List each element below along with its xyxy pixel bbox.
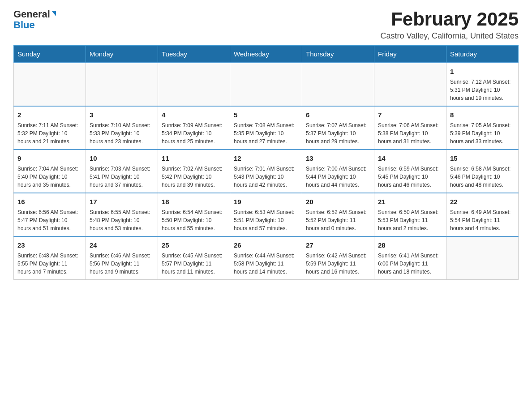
day-info: Sunrise: 7:09 AM Sunset: 5:34 PM Dayligh… — [162, 121, 226, 146]
day-number: 2 — [17, 110, 82, 120]
day-number: 9 — [17, 154, 82, 163]
day-number: 27 — [306, 240, 370, 250]
day-number: 20 — [306, 197, 370, 206]
day-info: Sunrise: 7:06 AM Sunset: 5:38 PM Dayligh… — [378, 121, 442, 146]
calendar-day-cell: 6Sunrise: 7:07 AM Sunset: 5:37 PM Daylig… — [302, 106, 374, 150]
day-info: Sunrise: 6:41 AM Sunset: 6:00 PM Dayligh… — [378, 252, 442, 276]
day-info: Sunrise: 6:58 AM Sunset: 5:46 PM Dayligh… — [450, 165, 515, 189]
day-number: 22 — [450, 197, 515, 206]
calendar-day-header: Sunday — [14, 46, 86, 63]
day-info: Sunrise: 7:10 AM Sunset: 5:33 PM Dayligh… — [90, 121, 154, 146]
day-info: Sunrise: 6:44 AM Sunset: 5:58 PM Dayligh… — [234, 252, 298, 276]
calendar-day-cell — [446, 236, 519, 280]
calendar-day-cell: 10Sunrise: 7:03 AM Sunset: 5:41 PM Dayli… — [86, 150, 158, 193]
day-info: Sunrise: 7:01 AM Sunset: 5:43 PM Dayligh… — [234, 165, 298, 189]
day-number: 5 — [234, 110, 298, 120]
calendar-day-cell: 24Sunrise: 6:46 AM Sunset: 5:56 PM Dayli… — [86, 236, 158, 280]
calendar-day-cell: 15Sunrise: 6:58 AM Sunset: 5:46 PM Dayli… — [446, 150, 519, 193]
day-number: 25 — [162, 240, 226, 250]
calendar-day-cell: 19Sunrise: 6:53 AM Sunset: 5:51 PM Dayli… — [230, 193, 302, 236]
calendar-day-cell: 20Sunrise: 6:52 AM Sunset: 5:52 PM Dayli… — [302, 193, 374, 236]
calendar-day-cell: 21Sunrise: 6:50 AM Sunset: 5:53 PM Dayli… — [374, 193, 446, 236]
day-number: 14 — [378, 154, 442, 163]
calendar-week-row: 2Sunrise: 7:11 AM Sunset: 5:32 PM Daylig… — [14, 106, 519, 150]
day-number: 19 — [234, 197, 298, 206]
page-header: General Blue February 2025 Castro Valley… — [13, 9, 519, 41]
calendar-day-cell: 9Sunrise: 7:04 AM Sunset: 5:40 PM Daylig… — [14, 150, 86, 193]
logo-general-text: General — [13, 9, 50, 20]
calendar-day-cell — [374, 63, 446, 106]
day-info: Sunrise: 6:52 AM Sunset: 5:52 PM Dayligh… — [306, 208, 370, 232]
day-info: Sunrise: 7:03 AM Sunset: 5:41 PM Dayligh… — [90, 165, 154, 189]
calendar-day-cell — [230, 63, 302, 106]
day-info: Sunrise: 7:02 AM Sunset: 5:42 PM Dayligh… — [162, 165, 226, 189]
calendar-day-cell — [14, 63, 86, 106]
day-number: 10 — [90, 154, 154, 163]
calendar-day-header: Thursday — [302, 46, 374, 63]
calendar-day-cell: 13Sunrise: 7:00 AM Sunset: 5:44 PM Dayli… — [302, 150, 374, 193]
day-number: 17 — [90, 197, 154, 206]
day-number: 21 — [378, 197, 442, 206]
day-number: 15 — [450, 154, 515, 163]
day-info: Sunrise: 6:42 AM Sunset: 5:59 PM Dayligh… — [306, 252, 370, 276]
calendar-table: SundayMondayTuesdayWednesdayThursdayFrid… — [13, 45, 519, 280]
day-number: 26 — [234, 240, 298, 250]
logo-blue-text: Blue — [13, 20, 35, 30]
calendar-day-header: Tuesday — [158, 46, 230, 63]
day-number: 16 — [17, 197, 82, 206]
day-info: Sunrise: 6:46 AM Sunset: 5:56 PM Dayligh… — [90, 252, 154, 276]
calendar-day-cell: 8Sunrise: 7:05 AM Sunset: 5:39 PM Daylig… — [446, 106, 519, 150]
calendar-day-cell: 26Sunrise: 6:44 AM Sunset: 5:58 PM Dayli… — [230, 236, 302, 280]
calendar-week-row: 23Sunrise: 6:48 AM Sunset: 5:55 PM Dayli… — [14, 236, 519, 280]
day-number: 11 — [162, 154, 226, 163]
calendar-day-cell: 12Sunrise: 7:01 AM Sunset: 5:43 PM Dayli… — [230, 150, 302, 193]
day-info: Sunrise: 6:54 AM Sunset: 5:50 PM Dayligh… — [162, 208, 226, 232]
calendar-day-header: Monday — [86, 46, 158, 63]
calendar-day-header: Wednesday — [230, 46, 302, 63]
calendar-day-cell — [158, 63, 230, 106]
day-number: 12 — [234, 154, 298, 163]
day-info: Sunrise: 6:53 AM Sunset: 5:51 PM Dayligh… — [234, 208, 298, 232]
day-number: 7 — [378, 110, 442, 120]
calendar-day-cell: 27Sunrise: 6:42 AM Sunset: 5:59 PM Dayli… — [302, 236, 374, 280]
day-info: Sunrise: 6:55 AM Sunset: 5:48 PM Dayligh… — [90, 208, 154, 232]
calendar-day-cell: 18Sunrise: 6:54 AM Sunset: 5:50 PM Dayli… — [158, 193, 230, 236]
day-info: Sunrise: 7:11 AM Sunset: 5:32 PM Dayligh… — [17, 121, 82, 146]
location-subtitle: Castro Valley, California, United States — [381, 31, 519, 41]
day-info: Sunrise: 6:56 AM Sunset: 5:47 PM Dayligh… — [17, 208, 82, 232]
calendar-day-cell: 23Sunrise: 6:48 AM Sunset: 5:55 PM Dayli… — [14, 236, 86, 280]
calendar-header-row: SundayMondayTuesdayWednesdayThursdayFrid… — [14, 46, 519, 63]
calendar-day-cell: 25Sunrise: 6:45 AM Sunset: 5:57 PM Dayli… — [158, 236, 230, 280]
day-info: Sunrise: 6:48 AM Sunset: 5:55 PM Dayligh… — [17, 252, 82, 276]
day-info: Sunrise: 7:05 AM Sunset: 5:39 PM Dayligh… — [450, 121, 515, 146]
title-section: February 2025 Castro Valley, California,… — [381, 9, 519, 41]
day-info: Sunrise: 7:04 AM Sunset: 5:40 PM Dayligh… — [17, 165, 82, 189]
calendar-week-row: 16Sunrise: 6:56 AM Sunset: 5:47 PM Dayli… — [14, 193, 519, 236]
day-info: Sunrise: 6:50 AM Sunset: 5:53 PM Dayligh… — [378, 208, 442, 232]
day-info: Sunrise: 6:59 AM Sunset: 5:45 PM Dayligh… — [378, 165, 442, 189]
day-info: Sunrise: 7:07 AM Sunset: 5:37 PM Dayligh… — [306, 121, 370, 146]
calendar-week-row: 1Sunrise: 7:12 AM Sunset: 5:31 PM Daylig… — [14, 63, 519, 106]
calendar-day-cell: 4Sunrise: 7:09 AM Sunset: 5:34 PM Daylig… — [158, 106, 230, 150]
calendar-day-cell: 16Sunrise: 6:56 AM Sunset: 5:47 PM Dayli… — [14, 193, 86, 236]
calendar-day-cell: 1Sunrise: 7:12 AM Sunset: 5:31 PM Daylig… — [446, 63, 519, 106]
calendar-day-cell: 28Sunrise: 6:41 AM Sunset: 6:00 PM Dayli… — [374, 236, 446, 280]
day-number: 28 — [378, 240, 442, 250]
calendar-day-cell: 2Sunrise: 7:11 AM Sunset: 5:32 PM Daylig… — [14, 106, 86, 150]
day-number: 3 — [90, 110, 154, 120]
calendar-day-cell — [86, 63, 158, 106]
calendar-day-cell: 14Sunrise: 6:59 AM Sunset: 5:45 PM Dayli… — [374, 150, 446, 193]
day-number: 13 — [306, 154, 370, 163]
calendar-day-cell: 17Sunrise: 6:55 AM Sunset: 5:48 PM Dayli… — [86, 193, 158, 236]
month-title: February 2025 — [381, 9, 519, 30]
day-info: Sunrise: 7:00 AM Sunset: 5:44 PM Dayligh… — [306, 165, 370, 189]
day-info: Sunrise: 7:08 AM Sunset: 5:35 PM Dayligh… — [234, 121, 298, 146]
calendar-day-header: Friday — [374, 46, 446, 63]
day-number: 6 — [306, 110, 370, 120]
day-number: 24 — [90, 240, 154, 250]
calendar-day-cell: 3Sunrise: 7:10 AM Sunset: 5:33 PM Daylig… — [86, 106, 158, 150]
day-number: 4 — [162, 110, 226, 120]
day-info: Sunrise: 6:49 AM Sunset: 5:54 PM Dayligh… — [450, 208, 515, 232]
day-number: 1 — [450, 67, 515, 76]
day-info: Sunrise: 7:12 AM Sunset: 5:31 PM Dayligh… — [450, 78, 515, 102]
